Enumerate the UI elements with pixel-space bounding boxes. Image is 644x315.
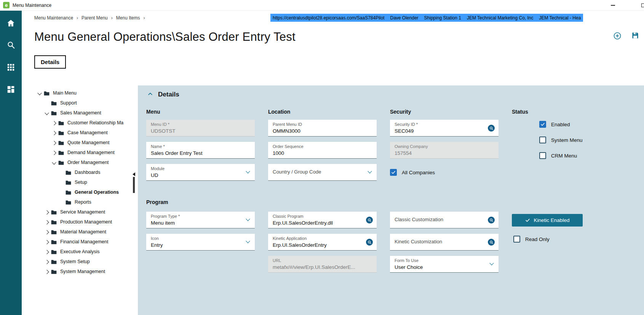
checkbox-icon bbox=[539, 121, 546, 128]
kinetic-application-field[interactable]: Kinetic Application Erp.UI.SalesOrderEnt… bbox=[268, 234, 377, 251]
system-menu-checkbox[interactable]: System Menu bbox=[539, 137, 644, 143]
lookup-search-icon[interactable] bbox=[366, 239, 373, 246]
classic-program-field[interactable]: Classic Program Erp.UI.SalesOrderEntry.d… bbox=[268, 212, 377, 228]
kinetic-enabled-toggle[interactable]: Kinetic Enabled bbox=[512, 214, 583, 227]
minimize-icon[interactable] bbox=[611, 5, 615, 6]
parent-menu-id-field[interactable]: Parent Menu ID OMMN3000 bbox=[268, 120, 377, 137]
checkbox-icon bbox=[539, 137, 546, 143]
tree-item-label: Production Management bbox=[60, 219, 112, 225]
menu-id-field: Menu ID * UDSOTST bbox=[146, 120, 255, 137]
chevron-right-icon[interactable] bbox=[44, 209, 50, 215]
maximize-icon[interactable] bbox=[641, 3, 644, 7]
tree-item[interactable]: System Setup bbox=[34, 257, 135, 267]
tree-item[interactable]: Service Management bbox=[34, 207, 135, 217]
session-user: Dave Olender bbox=[390, 15, 419, 21]
lookup-search-icon[interactable] bbox=[488, 125, 495, 132]
kinetic-customization-field[interactable]: Kinetic Customization bbox=[390, 234, 499, 251]
apps-grid-icon[interactable] bbox=[6, 63, 16, 72]
chevron-right-icon[interactable] bbox=[51, 149, 58, 156]
tree-item-label: Main Menu bbox=[53, 90, 77, 96]
breadcrumb-item-parent-menu[interactable]: Parent Menu bbox=[81, 15, 108, 21]
chevron-right-icon[interactable] bbox=[51, 130, 58, 136]
crm-menu-checkbox[interactable]: CRM Menu bbox=[539, 152, 644, 159]
dashboard-panels-icon[interactable] bbox=[6, 85, 16, 94]
folder-icon bbox=[58, 121, 64, 125]
tree-item[interactable]: Demand Management bbox=[34, 148, 135, 158]
lookup-search-icon[interactable] bbox=[366, 217, 373, 223]
panel-collapse-handle-icon[interactable] bbox=[133, 172, 135, 176]
group-header-status: Status bbox=[512, 109, 644, 115]
chevron-right-icon[interactable] bbox=[44, 239, 50, 245]
folder-icon bbox=[51, 101, 57, 106]
group-header-location: Location bbox=[268, 109, 377, 115]
icon-select[interactable]: Icon Entry bbox=[146, 234, 255, 251]
tree-item[interactable]: General Operations bbox=[34, 187, 135, 197]
tree-item-label: Demand Management bbox=[67, 150, 115, 155]
chevron-down-icon[interactable] bbox=[44, 110, 50, 116]
tree-item[interactable]: Production Management bbox=[34, 217, 135, 227]
collapse-section-icon[interactable] bbox=[147, 91, 153, 98]
folder-icon bbox=[66, 190, 72, 195]
tree-item[interactable]: Material Management bbox=[34, 227, 135, 237]
chevron-down-icon[interactable] bbox=[51, 159, 58, 166]
tree-item[interactable]: System Management bbox=[34, 267, 135, 276]
folder-icon bbox=[58, 140, 64, 145]
tree-item[interactable]: Executive Analysis bbox=[34, 247, 135, 257]
tree-scrollbar-thumb[interactable] bbox=[133, 177, 135, 193]
module-select[interactable]: Module UD bbox=[146, 164, 255, 181]
read-only-checkbox[interactable]: Read Only bbox=[513, 236, 644, 243]
tree-item[interactable]: Case Management bbox=[34, 128, 135, 138]
lookup-search-icon[interactable] bbox=[488, 217, 495, 223]
chevron-right-icon[interactable] bbox=[51, 140, 58, 146]
chevron-right-icon[interactable] bbox=[44, 249, 50, 255]
chevron-down-icon[interactable] bbox=[37, 90, 43, 96]
all-companies-checkbox[interactable]: All Companies bbox=[390, 169, 435, 176]
tree-item[interactable]: Quote Management bbox=[34, 138, 135, 148]
classic-customization-field[interactable]: Classic Customization bbox=[390, 212, 499, 228]
chevron-right-icon[interactable] bbox=[44, 219, 50, 225]
search-icon[interactable] bbox=[6, 40, 16, 50]
chevron-right-icon[interactable] bbox=[44, 229, 50, 235]
caret-spacer bbox=[58, 199, 65, 206]
tree-item-label: Service Management bbox=[60, 209, 105, 215]
home-icon[interactable] bbox=[6, 18, 16, 27]
enabled-checkbox[interactable]: Enabled bbox=[539, 121, 644, 128]
order-sequence-field[interactable]: Order Sequence 1000 bbox=[268, 142, 377, 159]
tree-item-label: Reports bbox=[75, 199, 91, 205]
save-button[interactable] bbox=[631, 32, 640, 40]
tree-item[interactable]: Dashboards bbox=[34, 167, 135, 177]
session-url: https://centralusdtpilot28.epicorsaas.co… bbox=[273, 15, 385, 21]
breadcrumb-item-menu-maintenance[interactable]: Menu Maintenance bbox=[34, 15, 73, 21]
group-header-menu: Menu bbox=[146, 109, 255, 115]
form-to-use-select[interactable]: Form To Use User Choice bbox=[390, 256, 499, 273]
tab-details[interactable]: Details bbox=[34, 55, 66, 69]
security-id-field[interactable]: Security ID * SEC049 bbox=[390, 120, 499, 137]
tree-item[interactable]: Setup bbox=[34, 177, 135, 187]
chevron-right-icon: › bbox=[144, 15, 145, 21]
tree-item[interactable]: Support bbox=[34, 98, 135, 108]
breadcrumb-item-menu-items[interactable]: Menu Items bbox=[116, 15, 140, 21]
name-field[interactable]: Name * Sales Order Entry Test bbox=[146, 142, 255, 159]
page-title: Menu General Operations\Sales Order Entr… bbox=[34, 30, 296, 44]
tree-item-label: Order Management bbox=[67, 160, 109, 165]
chevron-right-icon[interactable] bbox=[51, 120, 58, 126]
folder-icon bbox=[51, 259, 57, 264]
section-title-details: Details bbox=[158, 91, 179, 98]
window-titlebar: e Menu Maintenance bbox=[0, 0, 644, 11]
lookup-search-icon[interactable] bbox=[488, 239, 495, 246]
folder-icon bbox=[51, 269, 57, 274]
chevron-right-icon[interactable] bbox=[44, 268, 50, 275]
tree-item[interactable]: Order Management bbox=[34, 158, 135, 167]
tree-item[interactable]: Customer Relationship Ma bbox=[34, 118, 135, 128]
tree-item[interactable]: Main Menu bbox=[34, 88, 135, 98]
tree-item[interactable]: Financial Management bbox=[34, 237, 135, 247]
chevron-right-icon[interactable] bbox=[44, 259, 50, 265]
tree-item[interactable]: Reports bbox=[34, 197, 135, 207]
country-group-code-select[interactable]: Country / Group Code bbox=[268, 164, 377, 181]
tree-item[interactable]: Sales Management bbox=[34, 108, 135, 118]
folder-icon bbox=[44, 91, 50, 96]
new-record-button[interactable] bbox=[613, 32, 622, 40]
program-type-select[interactable]: Program Type * Menu item bbox=[146, 212, 255, 228]
checkbox-icon bbox=[390, 169, 397, 176]
breadcrumb: Menu Maintenance › Parent Menu › Menu It… bbox=[34, 14, 644, 22]
